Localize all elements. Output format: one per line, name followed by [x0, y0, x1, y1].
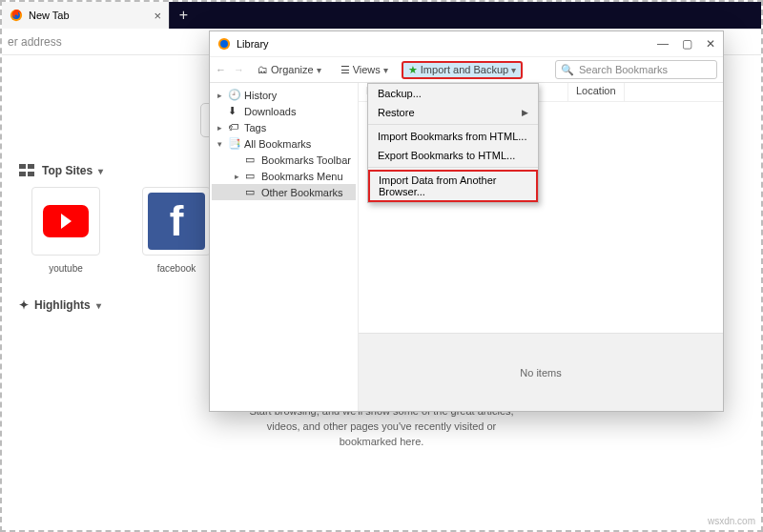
tree-bookmarks-menu[interactable]: ▸▭Bookmarks Menu [212, 168, 356, 184]
bookmark-icon: 📑 [228, 137, 240, 150]
menu-import-html[interactable]: Import Bookmarks from HTML... [368, 127, 538, 146]
tree-other-bookmarks[interactable]: ▭Other Bookmarks [212, 184, 356, 200]
menu-backup[interactable]: Backup... [368, 84, 538, 103]
close-button[interactable]: ✕ [706, 37, 715, 51]
grid-icon [19, 164, 36, 177]
minimize-button[interactable]: — [657, 37, 669, 51]
folder-icon: ▭ [245, 186, 258, 198]
forward-button[interactable]: → [234, 64, 244, 75]
tree-tags[interactable]: ▸🏷Tags [212, 119, 356, 135]
library-search-input[interactable]: 🔍 Search Bookmarks [555, 60, 717, 79]
tree-downloads[interactable]: ⬇Downloads [212, 103, 356, 119]
import-backup-button[interactable]: ★ Import and Backup▾ [402, 61, 523, 79]
menu-import-browser[interactable]: Import Data from Another Browser... [368, 170, 538, 202]
chevron-down-icon: ▾ [96, 300, 101, 311]
library-titlebar[interactable]: Library — ▢ ✕ [210, 31, 723, 56]
tree-history[interactable]: ▸🕘History [212, 87, 356, 103]
library-window: Library — ▢ ✕ ← → 🗂 Organize▾ ☰ Views▾ ★… [209, 31, 724, 412]
clock-icon: 🕘 [228, 89, 240, 101]
tree-all-bookmarks[interactable]: ▾📑All Bookmarks [212, 135, 356, 152]
import-backup-menu: Backup... Restore▶ Import Bookmarks from… [367, 83, 539, 203]
star-icon: ★ [408, 64, 418, 76]
svg-point-3 [220, 40, 228, 48]
menu-export-html[interactable]: Export Bookmarks to HTML... [368, 146, 538, 165]
library-tree: ▸🕘History ⬇Downloads ▸🏷Tags ▾📑All Bookma… [210, 83, 359, 411]
tile-facebook[interactable]: f facebook [135, 187, 217, 274]
col-location[interactable]: Location [568, 83, 625, 101]
folder-icon: ▭ [245, 153, 258, 166]
youtube-icon [43, 205, 89, 237]
library-toolbar: ← → 🗂 Organize▾ ☰ Views▾ ★ Import and Ba… [210, 56, 723, 83]
views-icon: ☰ [340, 64, 350, 76]
views-button[interactable]: ☰ Views▾ [335, 62, 394, 78]
tab-title: New Tab [29, 10, 70, 21]
menu-restore[interactable]: Restore▶ [368, 103, 538, 122]
active-tab[interactable]: New Tab × [2, 2, 169, 29]
organize-icon: 🗂 [258, 64, 268, 75]
tile-youtube[interactable]: youtube [25, 187, 107, 274]
close-tab-icon[interactable]: × [154, 9, 161, 23]
back-button[interactable]: ← [216, 64, 226, 75]
library-detail-pane: No items [359, 333, 723, 411]
chevron-down-icon: ▾ [98, 166, 103, 176]
firefox-icon [10, 9, 23, 22]
chevron-right-icon: ▶ [522, 108, 528, 117]
folder-icon: ▭ [245, 170, 258, 182]
library-title: Library [237, 38, 269, 50]
address-placeholder: er address [8, 35, 62, 49]
organize-button[interactable]: 🗂 Organize▾ [252, 62, 327, 77]
download-icon: ⬇ [228, 105, 240, 117]
maximize-button[interactable]: ▢ [682, 37, 692, 51]
tree-bookmarks-toolbar[interactable]: ▭Bookmarks Toolbar [212, 152, 356, 168]
search-icon: 🔍 [561, 64, 574, 76]
sparkle-icon: ✦ [19, 298, 29, 312]
tag-icon: 🏷 [228, 121, 240, 133]
new-tab-button[interactable]: + [169, 2, 197, 29]
browser-tabstrip: New Tab × + [2, 2, 761, 29]
facebook-icon: f [148, 193, 205, 250]
watermark: wsxdn.com [708, 516, 755, 526]
firefox-icon [217, 37, 231, 51]
